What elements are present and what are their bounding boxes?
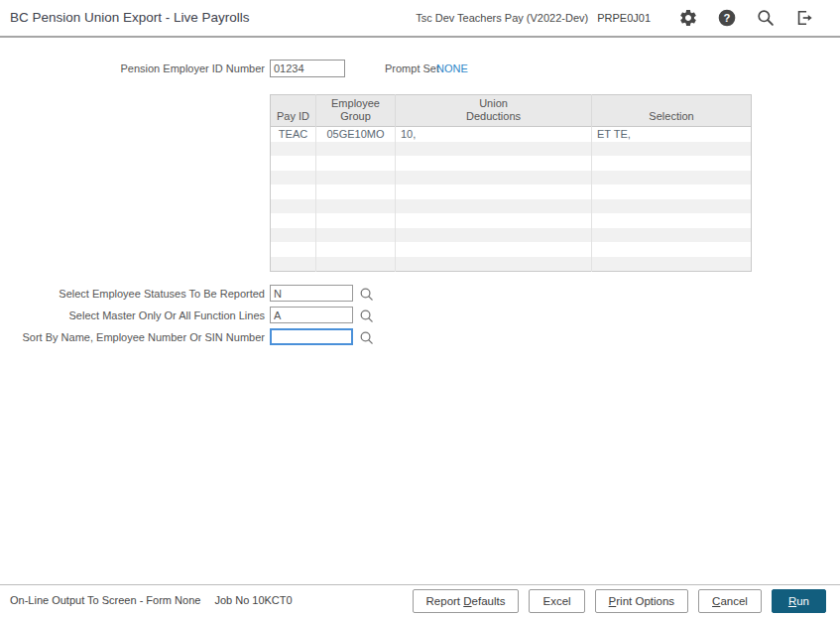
prompt-set-value-link[interactable]: NONE xyxy=(436,61,468,77)
table-cell[interactable] xyxy=(271,171,316,185)
action-buttons: Report Defaults Excel Print Options Canc… xyxy=(413,589,826,613)
employee-statuses-lookup-button[interactable] xyxy=(359,286,375,302)
prompt-set-label: Prompt Set xyxy=(385,61,439,77)
application-window: BC Pension Union Export - Live Payrolls … xyxy=(0,0,840,617)
employer-id-input[interactable] xyxy=(270,60,345,77)
table-cell[interactable] xyxy=(396,199,592,214)
union-deductions-table: Pay ID Employee Group Union Deductions S… xyxy=(270,94,752,272)
union-table-body: TEAC05GE10MO10,ET TE, xyxy=(271,127,752,272)
settings-button[interactable] xyxy=(677,8,698,29)
program-code: PRPE0J01 xyxy=(597,12,651,24)
master-function-lines-lookup-button[interactable] xyxy=(359,308,375,323)
table-row: TEAC05GE10MO10,ET TE, xyxy=(271,127,752,142)
sort-order-lookup-button[interactable] xyxy=(359,329,375,345)
table-row xyxy=(271,228,752,243)
help-button[interactable]: ? xyxy=(716,8,737,29)
table-cell[interactable] xyxy=(271,142,316,157)
magnifier-icon xyxy=(359,287,375,302)
table-cell[interactable] xyxy=(592,199,752,214)
table-cell[interactable] xyxy=(316,185,396,199)
table-cell[interactable] xyxy=(271,185,316,199)
table-cell[interactable] xyxy=(271,213,316,228)
table-cell[interactable]: 05GE10MO xyxy=(316,127,396,142)
table-cell[interactable] xyxy=(396,156,592,171)
table-cell[interactable] xyxy=(271,199,316,214)
table-cell[interactable] xyxy=(271,228,316,243)
table-cell[interactable] xyxy=(316,257,396,272)
svg-text:?: ? xyxy=(723,12,730,24)
table-cell[interactable] xyxy=(592,171,752,185)
excel-button[interactable]: Excel xyxy=(529,589,584,613)
table-cell[interactable]: TEAC xyxy=(271,127,316,142)
employee-statuses-input[interactable] xyxy=(270,285,353,302)
report-defaults-button[interactable]: Report Defaults xyxy=(413,589,520,613)
column-header-pay-id: Pay ID xyxy=(271,95,316,127)
table-cell[interactable] xyxy=(271,242,316,257)
environment-label: Tsc Dev Teachers Pay (V2022-Dev) xyxy=(416,12,588,24)
search-button[interactable] xyxy=(755,8,776,29)
search-icon xyxy=(756,8,776,28)
output-status-text: On-Line Output To Screen - Form None xyxy=(10,594,200,606)
field-sort-order: Sort By Name, Employee Number Or SIN Num… xyxy=(0,328,840,346)
table-row xyxy=(271,242,752,257)
field-employee-statuses: Select Employee Statuses To Be Reported xyxy=(0,285,840,303)
table-row xyxy=(271,213,752,228)
table-cell[interactable] xyxy=(271,156,316,171)
help-icon: ? xyxy=(717,8,737,28)
table-cell[interactable] xyxy=(396,257,592,272)
column-header-union-deductions: Union Deductions xyxy=(396,95,592,127)
table-cell[interactable] xyxy=(316,199,396,214)
magnifier-icon xyxy=(359,330,375,345)
table-cell[interactable]: 10, xyxy=(396,127,592,142)
table-cell[interactable] xyxy=(396,242,592,257)
table-cell[interactable] xyxy=(316,228,396,243)
logout-icon xyxy=(794,8,814,28)
header-right: Tsc Dev Teachers Pay (V2022-Dev) PRPE0J0… xyxy=(416,0,814,36)
master-function-lines-label: Select Master Only Or All Function Lines xyxy=(0,307,265,324)
table-row xyxy=(271,199,752,214)
master-function-lines-input[interactable] xyxy=(270,307,353,323)
table-cell[interactable] xyxy=(316,242,396,257)
table-cell[interactable] xyxy=(316,171,396,185)
table-cell[interactable] xyxy=(592,257,752,272)
employee-statuses-label: Select Employee Statuses To Be Reported xyxy=(0,285,265,303)
table-row xyxy=(271,171,752,185)
column-header-employee-group: Employee Group xyxy=(316,95,396,127)
table-cell[interactable] xyxy=(396,213,592,228)
column-header-selection: Selection xyxy=(592,95,752,127)
table-cell[interactable] xyxy=(396,185,592,199)
table-cell[interactable] xyxy=(592,156,752,171)
magnifier-icon xyxy=(359,308,375,323)
table-cell[interactable] xyxy=(271,257,316,272)
table-cell[interactable] xyxy=(396,171,592,185)
table-row xyxy=(271,142,752,157)
job-number-text: Job No 10KCT0 xyxy=(214,594,292,606)
table-cell[interactable] xyxy=(316,156,396,171)
table-cell[interactable] xyxy=(592,228,752,243)
table-cell[interactable] xyxy=(592,185,752,199)
print-options-button[interactable]: Print Options xyxy=(595,589,688,613)
sort-order-label: Sort By Name, Employee Number Or SIN Num… xyxy=(0,328,265,346)
table-cell[interactable]: ET TE, xyxy=(592,127,752,142)
gear-icon xyxy=(678,8,698,28)
status-bar: On-Line Output To Screen - Form None Job… xyxy=(0,584,840,615)
table-row xyxy=(271,185,752,199)
table-cell[interactable] xyxy=(592,242,752,257)
table-cell[interactable] xyxy=(592,213,752,228)
table-header: Pay ID Employee Group Union Deductions S… xyxy=(271,95,752,127)
field-master-function-lines: Select Master Only Or All Function Lines xyxy=(0,307,840,324)
table-cell[interactable] xyxy=(316,142,396,157)
table-cell[interactable] xyxy=(396,142,592,157)
table-cell[interactable] xyxy=(316,213,396,228)
employer-id-label: Pension Employer ID Number xyxy=(0,61,265,77)
sort-order-input[interactable] xyxy=(270,328,353,345)
run-button[interactable]: Run xyxy=(772,589,826,613)
cancel-button[interactable]: Cancel xyxy=(698,589,762,613)
table-cell[interactable] xyxy=(592,142,752,157)
table-row xyxy=(271,156,752,171)
app-header: BC Pension Union Export - Live Payrolls … xyxy=(0,0,840,38)
page-title: BC Pension Union Export - Live Payrolls xyxy=(10,0,250,36)
logout-button[interactable] xyxy=(793,8,814,29)
table-row xyxy=(271,257,752,272)
table-cell[interactable] xyxy=(396,228,592,243)
